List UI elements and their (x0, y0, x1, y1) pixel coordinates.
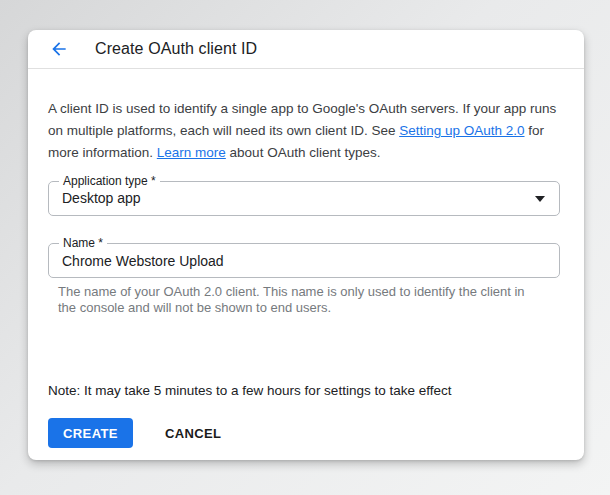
header-divider (28, 68, 584, 69)
dialog-content: A client ID is used to identify a single… (28, 98, 584, 448)
arrow-drop-down-icon (535, 196, 545, 202)
application-type-label: Application type * (59, 174, 160, 188)
name-input[interactable] (49, 244, 559, 277)
cancel-button[interactable]: CANCEL (157, 418, 230, 448)
name-field-container: Name * (48, 243, 560, 278)
learn-more-link[interactable]: Learn more (157, 145, 226, 160)
intro-part3: about OAuth client types. (226, 145, 381, 160)
name-field-label: Name * (59, 236, 107, 250)
page-title: Create OAuth client ID (95, 40, 257, 58)
arrow-back-icon (49, 39, 69, 59)
dialog-header: Create OAuth client ID (28, 30, 584, 68)
action-buttons: CREATE CANCEL (48, 418, 560, 448)
back-button[interactable] (48, 38, 70, 60)
create-oauth-client-dialog: Create OAuth client ID A client ID is us… (28, 30, 584, 460)
application-type-select[interactable]: Application type * Desktop app (48, 181, 560, 216)
setting-up-oauth-link[interactable]: Setting up OAuth 2.0 (399, 123, 524, 138)
create-button[interactable]: CREATE (48, 418, 133, 448)
settings-note: Note: It may take 5 minutes to a few hou… (48, 383, 560, 398)
intro-text: A client ID is used to identify a single… (48, 98, 560, 164)
name-helper-text: The name of your OAuth 2.0 client. This … (58, 284, 536, 316)
